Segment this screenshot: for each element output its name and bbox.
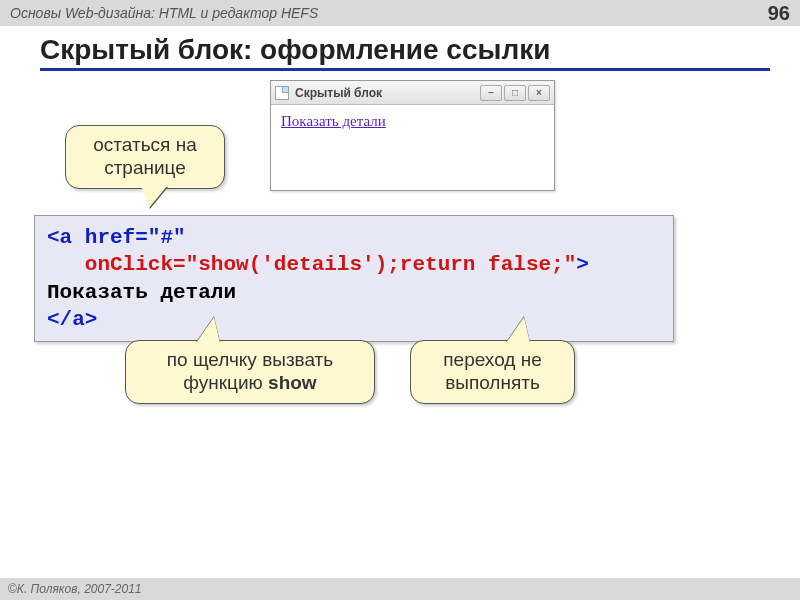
callout-stay-on-page: остаться на странице	[65, 125, 225, 189]
window-maximize-icon: □	[504, 85, 526, 101]
browser-tab-title: Скрытый блок	[295, 86, 382, 100]
callout-call-show: по щелчку вызвать функцию show	[125, 340, 375, 404]
window-close-icon: ×	[528, 85, 550, 101]
document-icon	[275, 86, 289, 100]
callout-text: переход не выполнять	[443, 349, 541, 393]
browser-content: Показать детали	[271, 105, 554, 190]
footer-bar: © К. Поляков, 2007-2011	[0, 578, 800, 600]
header-bar: Основы Web-дизайна: HTML и редактор HEFS…	[0, 0, 800, 26]
window-minimize-icon: –	[480, 85, 502, 101]
page-number: 96	[768, 2, 790, 25]
code-href: href="#"	[85, 226, 186, 249]
copyright-symbol: ©	[8, 582, 17, 596]
show-details-link[interactable]: Показать детали	[281, 113, 386, 129]
code-tag-open: <a	[47, 226, 85, 249]
callout-no-navigate: переход не выполнять	[410, 340, 575, 404]
callout-show-bold: show	[268, 372, 317, 393]
callout-line1: по щелчку вызвать	[167, 349, 333, 370]
callout-line2a: функцию	[183, 372, 268, 393]
browser-titlebar: Скрытый блок – □ ×	[271, 81, 554, 105]
code-link-text: Показать детали	[47, 281, 236, 304]
code-onclick: onClick="show('details');return false;"	[85, 253, 576, 276]
browser-window: Скрытый блок – □ × Показать детали	[270, 80, 555, 191]
code-tag-close: </a>	[47, 308, 97, 331]
code-close-angle: >	[576, 253, 589, 276]
course-title: Основы Web-дизайна: HTML и редактор HEFS	[10, 5, 318, 21]
code-block: <a href="#" onClick="show('details');ret…	[34, 215, 674, 342]
slide-title: Скрытый блок: оформление ссылки	[40, 34, 770, 71]
callout-text: остаться на странице	[93, 134, 196, 178]
author-credit: К. Поляков, 2007-2011	[17, 582, 142, 596]
code-indent	[47, 253, 85, 276]
